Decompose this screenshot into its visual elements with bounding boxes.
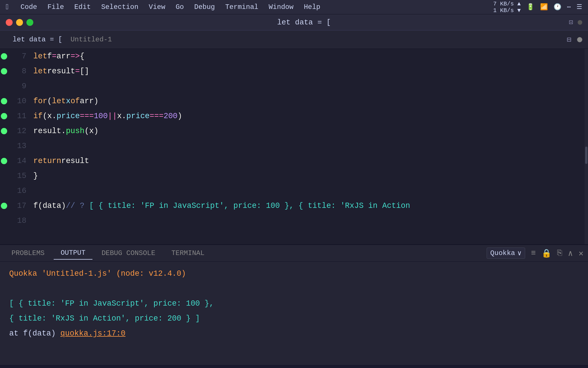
gutter-dot-18: [1, 218, 7, 224]
line-number-16: 16: [10, 183, 26, 198]
menu-help[interactable]: Help: [304, 3, 320, 11]
clear-output-icon[interactable]: ≡: [531, 249, 536, 258]
close-button[interactable]: [6, 19, 13, 26]
scrollbar[interactable]: [585, 49, 588, 244]
gutter-dot-15: [1, 173, 7, 179]
code-line-16[interactable]: [31, 183, 585, 198]
gutter-dot-7: [1, 53, 7, 60]
tab-label: let data = [ Untitled-1: [13, 36, 112, 43]
output-line-4: { title: 'RxJS in Action', price: 200 } …: [9, 311, 579, 326]
title-bar: let data = [ ⊡: [0, 14, 588, 30]
line-number-9: 9: [10, 79, 26, 94]
menu-edit[interactable]: Edit: [74, 3, 91, 11]
menu-terminal[interactable]: Terminal: [225, 3, 258, 11]
line-number-17: 17: [10, 198, 26, 213]
line-number-7: 7: [10, 49, 26, 64]
tab-untitled[interactable]: let data = [ Untitled-1: [6, 33, 119, 46]
editor-area: 789101112131415161718 let f = arr => { l…: [0, 49, 588, 244]
gutter-dot-8: [1, 68, 7, 74]
battery-icon: 🔋: [527, 3, 534, 11]
notification-icon: ⋯: [567, 3, 571, 11]
gutter-dot-12: [1, 128, 7, 134]
code-line-8[interactable]: let result = []: [31, 64, 585, 79]
status-bar: ⊗ 0 △ 0 Ln 18, Col 1 Spaces: 2 UTF-8 LF …: [0, 365, 588, 368]
code-line-14[interactable]: return result: [31, 154, 585, 168]
gutter-dot-9: [1, 83, 7, 89]
scrollbar-thumb[interactable]: [585, 147, 587, 164]
line-number-18: 18: [10, 213, 26, 228]
line-number-15: 15: [10, 168, 26, 183]
quokka-link[interactable]: quokka.js:17:0: [60, 329, 125, 338]
tab-output[interactable]: OUTPUT: [54, 247, 92, 260]
line-number-12: 12: [10, 124, 26, 139]
line-number-11: 11: [10, 109, 26, 124]
clock-icon: 🕐: [554, 3, 561, 11]
code-line-7[interactable]: let f = arr => {: [31, 49, 585, 64]
window-title: let data = [: [39, 18, 569, 27]
network-stats: 7 KB/s ▲1 KB/s ▼: [493, 1, 521, 14]
chevron-down-icon: ∨: [517, 249, 521, 257]
line-number-14: 14: [10, 154, 26, 168]
lock-icon[interactable]: 🔒: [541, 248, 552, 258]
copy-icon[interactable]: ⎘: [557, 249, 562, 258]
panel-output: Quokka 'Untitled-1.js' (node: v12.4.0) […: [0, 262, 588, 365]
line-numbers: 789101112131415161718: [8, 49, 31, 244]
maximize-button[interactable]: [26, 19, 33, 26]
wifi-icon: 📶: [540, 3, 548, 11]
gutter-icons: [0, 49, 8, 244]
panel-selector[interactable]: Quokka ∨: [487, 248, 525, 259]
code-line-11[interactable]: if (x.price === 100 || x.price === 200): [31, 109, 585, 124]
menu-code[interactable]: Code: [21, 3, 37, 11]
menu-file[interactable]: File: [47, 3, 64, 11]
panel-close-icon[interactable]: ✕: [579, 248, 583, 258]
code-line-10[interactable]: for (let x of arr): [31, 94, 585, 109]
tab-bar: let data = [ Untitled-1 ⊟: [0, 30, 588, 49]
code-lines[interactable]: let f = arr => { let result = [] for (le…: [31, 49, 585, 244]
gutter-dot-14: [1, 158, 7, 164]
menu-bar:  Code File Edit Selection View Go Debug…: [0, 0, 588, 14]
output-line-1: Quokka 'Untitled-1.js' (node: v12.4.0): [9, 266, 579, 281]
code-line-18[interactable]: [31, 213, 585, 228]
code-line-13[interactable]: [31, 139, 585, 154]
split-editor-icon[interactable]: ⊡: [569, 18, 573, 26]
output-line-5: at f(data) quokka.js:17:0: [9, 326, 579, 341]
gutter-dot-17: [1, 203, 7, 209]
gutter-dot-16: [1, 188, 7, 194]
status-dot: [577, 37, 582, 42]
menu-window[interactable]: Window: [269, 3, 293, 11]
output-line-3: [ { title: 'FP in JavaScript', price: 10…: [9, 296, 579, 311]
gutter-dot-10: [1, 98, 7, 104]
menu-go[interactable]: Go: [176, 3, 184, 11]
code-container[interactable]: 789101112131415161718 let f = arr => { l…: [0, 49, 588, 244]
menu-debug[interactable]: Debug: [194, 3, 215, 11]
code-line-9[interactable]: [31, 79, 585, 94]
apple-menu[interactable]: : [6, 3, 10, 12]
traffic-lights: [6, 19, 33, 26]
dot-indicator: [578, 20, 582, 25]
minimize-button[interactable]: [16, 19, 23, 26]
list-icon: ☰: [577, 3, 582, 11]
panel-bottom: PROBLEMS OUTPUT DEBUG CONSOLE TERMINAL Q…: [0, 244, 588, 365]
tab-debug-console[interactable]: DEBUG CONSOLE: [95, 247, 162, 259]
code-line-17[interactable]: f(data) // ? [ { title: 'FP in JavaScrip…: [31, 198, 585, 213]
output-line-2: [9, 281, 579, 296]
gutter-dot-11: [1, 113, 7, 119]
tab-problems[interactable]: PROBLEMS: [5, 247, 51, 259]
line-number-13: 13: [10, 139, 26, 154]
line-number-10: 10: [10, 94, 26, 109]
panel-up-icon[interactable]: ∧: [568, 248, 573, 258]
code-line-12[interactable]: result.push(x): [31, 124, 585, 139]
layout-icon[interactable]: ⊟: [567, 35, 571, 44]
line-number-8: 8: [10, 64, 26, 79]
gutter-dot-13: [1, 143, 7, 149]
menu-view[interactable]: View: [149, 3, 165, 11]
code-line-15[interactable]: }: [31, 168, 585, 183]
tab-terminal[interactable]: TERMINAL: [165, 247, 211, 259]
menu-selection[interactable]: Selection: [101, 3, 138, 11]
panel-tabs: PROBLEMS OUTPUT DEBUG CONSOLE TERMINAL Q…: [0, 245, 588, 262]
